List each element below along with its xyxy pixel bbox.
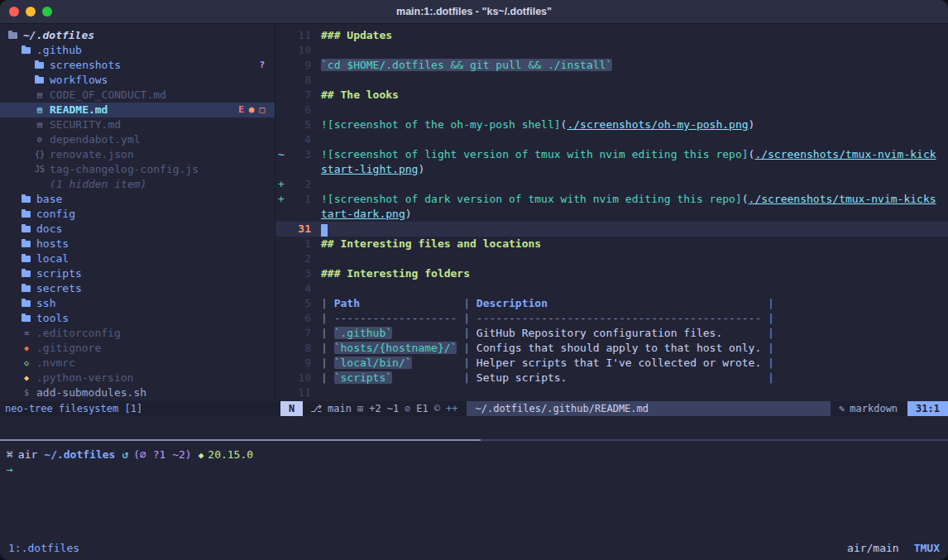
text-segment-d: | (567, 371, 773, 384)
git-unstaged-marker: □ (259, 103, 265, 117)
editor-text (311, 103, 321, 117)
tree-item-ssh[interactable]: ssh (0, 296, 275, 311)
tree-item-add-submodules-sh[interactable]: $add-submodules.sh (0, 385, 275, 400)
editor-line[interactable]: 9`cd $HOME/.dotfiles && git pull && ./in… (275, 58, 948, 73)
line-number: 3 (290, 266, 311, 281)
editor-line[interactable]: 3### Interesting folders (275, 266, 948, 281)
editor-line[interactable]: 11### Updates (275, 28, 948, 43)
minimize-button[interactable] (26, 7, 36, 17)
editor-text (311, 222, 328, 237)
editor-line[interactable]: 5| Path | Description | (275, 296, 948, 311)
editor-line[interactable]: 8| `hosts/{hostname}/` | Configs that sh… (275, 341, 948, 356)
tree-item-editorconfig[interactable]: ≡.editorconfig (0, 326, 275, 341)
tmux-window-item[interactable]: 1:.dotfiles (8, 542, 79, 554)
editor-text: ## Interesting files and locations (311, 237, 541, 251)
editor-line[interactable]: ~3![screenshot of light version of tmux … (275, 147, 948, 162)
prompt-input-line[interactable]: → (7, 462, 948, 477)
tmux-right-segment: air/main TMUX (847, 542, 940, 554)
nvim-pane: ~/.dotfiles.githubscreenshots?workflows▤… (0, 24, 948, 401)
sign-column (275, 207, 290, 222)
line-number: 2 (290, 251, 311, 266)
tree-item-tools[interactable]: tools (0, 311, 275, 326)
editor-line[interactable]: 7| `.github` | GitHub Repository configu… (275, 326, 948, 341)
tree-item-1-hidden-item[interactable]: (1 hidden item) (0, 177, 275, 192)
editor-line[interactable]: 1## Interesting files and locations (275, 237, 948, 251)
tree-item-workflows[interactable]: workflows (0, 73, 275, 88)
editor-text (311, 251, 321, 266)
tree-item-security-md[interactable]: ▤SECURITY.md (0, 117, 275, 132)
tree-item-renovate-json[interactable]: {}renovate.json (0, 147, 275, 162)
tree-item-gitignore[interactable]: ◆.gitignore (0, 341, 275, 356)
editor-line[interactable]: 10 (275, 43, 948, 58)
editor-text: tart-dark.png) (311, 207, 412, 222)
tmux-flag: TMUX (914, 542, 940, 554)
editor-text (311, 281, 321, 296)
copilot-icon: © (434, 403, 440, 414)
tree-item-scripts[interactable]: scripts (0, 266, 275, 281)
tree-item-secrets[interactable]: secrets (0, 281, 275, 296)
diff-added: +2 (369, 403, 381, 414)
editor-line[interactable]: 8 (275, 73, 948, 88)
tree-item-config[interactable]: config (0, 207, 275, 222)
editor-text: ## The looks (311, 88, 399, 103)
tree-item-nvmrc[interactable]: ◇.nvmrc (0, 356, 275, 371)
editor-line[interactable]: 4 (275, 132, 948, 147)
tree-item-docs[interactable]: docs (0, 222, 275, 237)
maximize-button[interactable] (42, 7, 52, 17)
prompt-line: ⌘air~/.dotfiles↺(⌀ ?1 ~2)◆20.15.0 (7, 448, 948, 462)
tree-item-label: ~/.dotfiles (23, 28, 94, 43)
tree-item-label: add-submodules.sh (36, 385, 146, 400)
neotree-statusline-text: neo-tree filesystem [1] (5, 403, 142, 414)
editor-line[interactable]: 6 (275, 103, 948, 117)
text-segment-p: ) (749, 118, 755, 131)
folder-icon (22, 285, 31, 292)
line-number: 3 (290, 147, 311, 162)
editor-line[interactable]: 31 (275, 222, 948, 237)
folder-icon (22, 270, 31, 277)
terminal-pane[interactable]: ⌘air~/.dotfiles↺(⌀ ?1 ~2)◆20.15.0 → (0, 441, 948, 535)
editor-text: | `hosts/{hostname}/` | Configs that sho… (311, 341, 774, 356)
titlebar[interactable]: main:1:.dotfiles - "ks~/.dotfiles" (0, 0, 948, 24)
tree-item-readme-md[interactable]: ▤README.mdE●□ (0, 103, 275, 117)
editor-line[interactable]: +1![screenshot of dark version of tmux w… (275, 192, 948, 207)
editor-line[interactable]: 5![screenshot of the oh-my-posh shell](.… (275, 117, 948, 132)
text-segment-p: GitHub Repository configuration files. (476, 327, 722, 339)
editor[interactable]: 11### Updates 10 9`cd $HOME/.dotfiles &&… (275, 24, 948, 401)
tree-item-dependabot-yml[interactable]: ⚙dependabot.yml (0, 132, 275, 147)
editor-line[interactable]: 7## The looks (275, 88, 948, 103)
editor-text: ![screenshot of light version of tmux wi… (311, 147, 936, 162)
gitsigns-added-sign: + (275, 177, 290, 192)
editor-line[interactable]: +2 (275, 177, 948, 192)
prompt-host: air (18, 448, 37, 461)
close-button[interactable] (9, 7, 19, 17)
editor-line[interactable]: 10| `scripts` | Setup scripts. | (275, 371, 948, 385)
editor-line[interactable]: 6| ------------------- | ---------------… (275, 311, 948, 326)
prompt-arrow-icon: → (7, 463, 13, 476)
tree-item-screenshots[interactable]: screenshots? (0, 58, 275, 73)
tree-item-label: CODE_OF_CONDUCT.md (50, 88, 166, 103)
prompt-node-version: 20.15.0 (208, 448, 253, 461)
text-segment-d: | ------------------- | ----------------… (321, 312, 774, 324)
editor-line[interactable]: 4 (275, 281, 948, 296)
editor-line[interactable]: 2 (275, 251, 948, 266)
editor-line[interactable]: 9| `local/bin/` | Helper scripts that I'… (275, 356, 948, 371)
editor-line[interactable]: start-light.png) (275, 162, 948, 177)
tree-item-python-version[interactable]: ◆.python-version (0, 371, 275, 385)
editor-line[interactable]: 11 (275, 385, 948, 400)
tree-item-local[interactable]: local (0, 251, 275, 266)
tree-item-base[interactable]: base (0, 192, 275, 207)
tree-item-label: ssh (36, 296, 55, 311)
window-title: main:1:.dotfiles - "ks~/.dotfiles" (0, 6, 948, 17)
tree-item-github[interactable]: .github (0, 43, 275, 58)
git-icon: ◆ (22, 341, 31, 356)
tree-item-label: .github (36, 43, 82, 58)
text-segment-code: `hosts/{hostname}/` (334, 342, 457, 354)
editor-text (311, 73, 321, 88)
tree-item-tag-changelog-config-js[interactable]: JStag-changelog-config.js (0, 162, 275, 177)
tree-item-code-of-conduct-md[interactable]: ▤CODE_OF_CONDUCT.md (0, 88, 275, 103)
tree-item-dotfiles[interactable]: ~/.dotfiles (0, 28, 275, 43)
tree-item-label: .editorconfig (36, 326, 121, 341)
editor-line[interactable]: tart-dark.png) (275, 207, 948, 222)
tree-item-hosts[interactable]: hosts (0, 237, 275, 251)
editor-text: ![screenshot of the oh-my-posh shell](./… (311, 117, 754, 132)
